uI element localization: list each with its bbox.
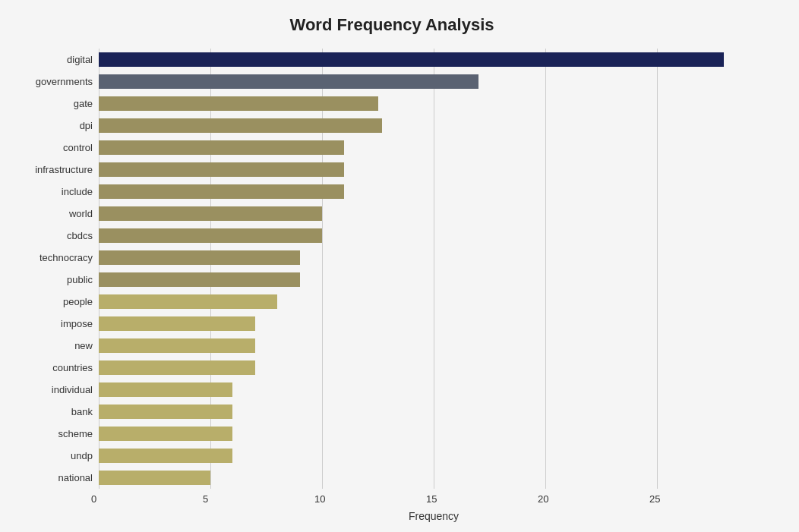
bar-row (99, 93, 769, 115)
bar (99, 228, 322, 243)
bar-row (99, 313, 769, 335)
bar-row (99, 423, 769, 445)
chart-container: Word Frequency Analysis digitalgovernmen… (0, 0, 799, 532)
x-tick-label: 10 (314, 493, 325, 505)
bar (99, 250, 300, 265)
bar (99, 427, 232, 441)
y-label: scheme (58, 423, 93, 445)
x-tick-label: 15 (426, 493, 437, 505)
bar-row (99, 115, 769, 137)
bar-row (99, 401, 769, 423)
bar-row (99, 379, 769, 401)
bars-grid (99, 49, 769, 489)
y-axis-labels: digitalgovernmentsgatedpicontrolinfrastr… (15, 49, 99, 489)
y-label: impose (61, 313, 93, 335)
y-label: world (69, 203, 93, 225)
bar (99, 294, 277, 309)
y-label: people (63, 291, 93, 313)
bar (99, 140, 344, 155)
bar-row (99, 71, 769, 93)
bar (99, 206, 322, 221)
y-label: cbdcs (67, 225, 93, 247)
bar-row (99, 159, 769, 181)
bar-row (99, 225, 769, 247)
bar (99, 74, 478, 89)
bottom-section: 0510152025 Frequency (15, 489, 769, 522)
bar (99, 162, 344, 177)
y-label: public (67, 269, 93, 291)
y-label: infrastructure (35, 159, 93, 181)
bar (99, 52, 724, 67)
bars-wrapper (99, 49, 769, 489)
y-label: countries (52, 357, 93, 379)
chart-area: digitalgovernmentsgatedpicontrolinfrastr… (15, 49, 769, 489)
y-label: technocracy (39, 247, 93, 269)
x-tick-label: 5 (203, 493, 208, 505)
x-tick-label: 0 (91, 493, 96, 505)
y-label: gate (74, 93, 93, 115)
bar (99, 118, 382, 133)
bar-row (99, 467, 769, 489)
x-axis-title: Frequency (99, 510, 769, 522)
bar-row (99, 269, 769, 291)
y-label: governments (36, 71, 93, 93)
bar (99, 96, 378, 111)
bar (99, 471, 210, 485)
y-label: national (58, 467, 93, 489)
y-label: bank (71, 401, 93, 423)
y-label: digital (67, 49, 93, 71)
y-label: new (74, 335, 93, 357)
x-tick-label: 25 (649, 493, 660, 505)
bar-row (99, 181, 769, 203)
y-label: undp (71, 445, 93, 467)
y-label: control (63, 137, 93, 159)
bars-section (99, 49, 769, 489)
bar (99, 272, 300, 287)
bar (99, 338, 255, 353)
bar (99, 316, 255, 331)
bar (99, 449, 232, 463)
bar-row (99, 247, 769, 269)
bar (99, 405, 232, 419)
bar-row (99, 291, 769, 313)
x-axis-labels: 0510152025 (99, 489, 769, 504)
bar-row (99, 49, 769, 71)
y-label: include (62, 181, 93, 203)
bar-row (99, 137, 769, 159)
bar (99, 184, 344, 199)
bar (99, 382, 232, 397)
bar-row (99, 203, 769, 225)
bar-row (99, 335, 769, 357)
bar-row (99, 445, 769, 467)
y-label: individual (52, 379, 93, 401)
bar-row (99, 357, 769, 379)
chart-title: Word Frequency Analysis (15, 15, 769, 35)
x-tick-label: 20 (538, 493, 548, 505)
y-label: dpi (80, 115, 93, 137)
bar (99, 360, 255, 375)
